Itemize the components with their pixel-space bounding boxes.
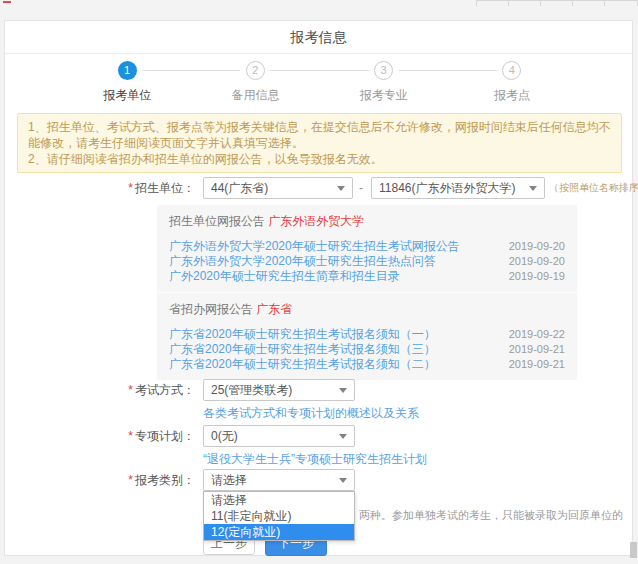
caret-down-icon (529, 186, 537, 191)
page-title: 报考信息 (5, 21, 632, 54)
announcement-row: 广东外语外贸大学2020年硕士研究生招生考试网报公告 2019-09-20 (169, 239, 565, 254)
caret-down-icon (337, 186, 345, 191)
step-label: 报考专业 (320, 87, 448, 104)
category-hint-text: 两种。参加单独考试的考生，只能被录取为回原单位的 (359, 508, 631, 523)
application-page: 报考信息 1 报考单位 2 备用信息 3 报考专业 4 报考点 1、招生单位、考… (0, 0, 638, 564)
step-backup-info[interactable]: 2 备用信息 (191, 61, 319, 104)
special-plan-select-value: 0(无) (211, 428, 238, 445)
announcement-date: 2019-09-21 (509, 357, 565, 372)
province-select-value: 44(广东省) (211, 180, 268, 197)
province-announcement-panel: 省招办网报公告 广东省 广东省2020年硕士研究生招生考试报名须知（一） 201… (157, 293, 577, 380)
special-plan-help-link[interactable]: “退役大学生士兵”专项硕士研究生招生计划 (203, 451, 427, 468)
unit-announcement-panel: 招生单位网报公告 广东外语外贸大学 广东外语外贸大学2020年硕士研究生招生考试… (157, 205, 577, 292)
step-label: 报考单位 (63, 87, 191, 104)
panel-title: 省招办网报公告 (169, 302, 253, 316)
announcement-link[interactable]: 广东省2020年硕士研究生招生考试报名须知（三） (169, 342, 436, 357)
sort-order-hint: （按照单位名称排序） (549, 177, 638, 199)
special-plan-label: *专项计划： (5, 425, 195, 447)
step-number-badge: 4 (502, 61, 521, 80)
announcement-date: 2019-09-21 (509, 342, 565, 357)
option-please-select[interactable]: 请选择 (204, 492, 354, 508)
warning-notice: 1、招生单位、考试方式、报考点等为报考关键信息，在提交信息后不允许修改，网报时间… (17, 113, 622, 173)
step-report-major[interactable]: 3 报考专业 (320, 61, 448, 104)
report-category-dropdown-list: 请选择 11(非定向就业) 12(定向就业) (203, 491, 355, 541)
announcement-link[interactable]: 广东省2020年硕士研究生招生考试报名须知（一） (169, 327, 436, 342)
option-directed-employment[interactable]: 12(定向就业) (204, 524, 354, 540)
exam-method-help-link[interactable]: 各类考试方式和专项计划的概述以及关系 (203, 405, 419, 422)
announcement-link[interactable]: 广东外语外贸大学2020年硕士研究生招生热点问答 (169, 254, 436, 269)
university-select[interactable]: 11846(广东外语外贸大学) (371, 177, 545, 199)
announcement-row: 广东省2020年硕士研究生招生考试报名须知（三） 2019-09-21 (169, 342, 565, 357)
admission-unit-label: *招生单位： (5, 177, 195, 199)
report-category-select[interactable]: 请选择 (203, 469, 355, 491)
special-plan-select[interactable]: 0(无) (203, 425, 355, 447)
application-info-card: 报考信息 1 报考单位 2 备用信息 3 报考专业 4 报考点 1、招生单位、考… (4, 20, 633, 556)
province-select[interactable]: 44(广东省) (203, 177, 353, 199)
announcement-link[interactable]: 广东外语外贸大学2020年硕士研究生招生考试网报公告 (169, 239, 460, 254)
caret-down-icon (339, 388, 347, 393)
top-left-red-mark (3, 1, 11, 3)
panel-highlight-name: 广东省 (256, 302, 292, 316)
option-non-directed-employment[interactable]: 11(非定向就业) (204, 508, 354, 524)
select-separator: - (359, 177, 363, 199)
required-asterisk: * (128, 429, 133, 443)
announcement-row: 广东省2020年硕士研究生招生考试报名须知（一） 2019-09-22 (169, 327, 565, 342)
step-report-unit[interactable]: 1 报考单位 (63, 61, 191, 104)
report-category-label: *报考类别： (5, 469, 195, 491)
exam-method-select[interactable]: 25(管理类联考) (203, 379, 355, 401)
step-label: 报考点 (448, 87, 576, 104)
stepper: 1 报考单位 2 备用信息 3 报考专业 4 报考点 (63, 61, 576, 104)
panel-header: 省招办网报公告 广东省 (169, 301, 565, 318)
exam-method-select-value: 25(管理类联考) (211, 382, 292, 399)
announcement-row: 广东省2020年硕士研究生招生考试报名须知（二） 2019-09-21 (169, 357, 565, 372)
exam-method-label: *考试方式： (5, 379, 195, 401)
university-select-value: 11846(广东外语外贸大学) (379, 180, 515, 197)
panel-header: 招生单位网报公告 广东外语外贸大学 (169, 213, 565, 230)
report-category-select-value: 请选择 (211, 472, 247, 489)
step-number-badge: 3 (374, 61, 393, 80)
required-asterisk: * (128, 383, 133, 397)
announcement-date: 2019-09-19 (509, 269, 565, 284)
notice-line-1: 1、招生单位、考试方式、报考点等为报考关键信息，在提交信息后不允许修改，网报时间… (28, 119, 611, 151)
step-number-badge: 1 (118, 61, 137, 80)
step-label: 备用信息 (191, 87, 319, 104)
announcement-row: 广外2020年硕士研究生招生简章和招生目录 2019-09-19 (169, 269, 565, 284)
step-number-badge: 2 (246, 61, 265, 80)
announcement-date: 2019-09-22 (509, 327, 565, 342)
announcement-row: 广东外语外贸大学2020年硕士研究生招生热点问答 2019-09-20 (169, 254, 565, 269)
caret-down-icon (339, 478, 347, 483)
notice-line-2: 2、请仔细阅读省招办和招生单位的网报公告，以免导致报名无效。 (28, 151, 611, 167)
announcement-link[interactable]: 广东省2020年硕士研究生招生考试报名须知（二） (169, 357, 436, 372)
announcement-link[interactable]: 广外2020年硕士研究生招生简章和招生目录 (169, 269, 400, 284)
announcement-date: 2019-09-20 (509, 239, 565, 254)
required-asterisk: * (128, 473, 133, 487)
required-asterisk: * (128, 181, 133, 195)
caret-down-icon (339, 434, 347, 439)
step-exam-site[interactable]: 4 报考点 (448, 61, 576, 104)
announcement-date: 2019-09-20 (509, 254, 565, 269)
panel-title: 招生单位网报公告 (169, 214, 265, 228)
browser-tabs-edge (476, 0, 638, 5)
scrollbar-thumb[interactable] (630, 542, 637, 558)
panel-highlight-name: 广东外语外贸大学 (268, 214, 364, 228)
